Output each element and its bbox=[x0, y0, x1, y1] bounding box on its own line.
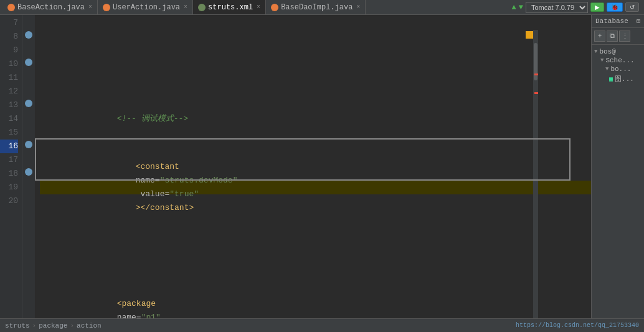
ln-20: 20 bbox=[0, 194, 18, 208]
tab-close-4[interactable]: × bbox=[356, 4, 360, 11]
ln-8: 8 bbox=[0, 30, 18, 44]
line-numbers: 7 8 9 10 11 12 13 14 15 16 17 18 19 20 bbox=[0, 15, 22, 318]
sidebar-title: Database bbox=[595, 17, 628, 25]
ln-10: 10 bbox=[0, 57, 18, 71]
breadcrumb-action: action bbox=[77, 322, 102, 330]
debug-button[interactable]: 🐞 bbox=[607, 2, 623, 12]
sidebar-header: Database ⊞ bbox=[592, 15, 644, 28]
comment-1: <!-- 调试模式--> bbox=[117, 114, 188, 123]
ln-7: 7 bbox=[0, 16, 18, 30]
line-10: <package name="p1" extends="struts-defau… bbox=[40, 318, 591, 318]
tree-schema-label: Sche... bbox=[605, 57, 634, 64]
ln-15: 15 bbox=[0, 126, 18, 140]
tree-item-img[interactable]: ▦ 图... bbox=[593, 74, 643, 84]
right-sidebar: Database ⊞ + ⧉ ⋮ ▼ bos@ ▼ Sche... ▼ bo..… bbox=[591, 15, 644, 318]
const-name-val: "struts.devMode" bbox=[160, 176, 238, 185]
tab-base-dao-impl[interactable]: BaseDaoImpl.java × bbox=[266, 0, 366, 14]
status-url: https://blog.csdn.net/qq_21753340 bbox=[516, 322, 639, 329]
pkg-name-val: "p1" bbox=[141, 313, 161, 318]
down-arrow-icon: ▼ bbox=[519, 3, 523, 12]
tab-label-3: struts.xml bbox=[208, 3, 253, 12]
pkg-tag: <package bbox=[117, 299, 161, 308]
java-icon-4 bbox=[271, 4, 278, 11]
line-7: <!-- 调试模式--> bbox=[40, 112, 591, 126]
java-icon-2 bbox=[103, 4, 110, 11]
breadcrumb-struts: struts bbox=[5, 322, 30, 330]
breadcrumb: struts › package › action bbox=[5, 322, 102, 330]
reload-button[interactable]: ↺ bbox=[625, 2, 639, 12]
tree-schema[interactable]: ▼ Sche... bbox=[593, 56, 643, 65]
tab-struts-xml[interactable]: struts.xml × bbox=[193, 0, 266, 14]
tree-root-label: bos@ bbox=[599, 48, 615, 55]
sidebar-toolbar: + ⧉ ⋮ bbox=[592, 28, 644, 45]
java-icon-1 bbox=[7, 4, 15, 11]
tree-arrow-schema: ▼ bbox=[600, 57, 604, 64]
main-layout: 7 8 9 10 11 12 13 14 15 16 17 18 19 20 bbox=[0, 15, 644, 318]
sidebar-copy-btn[interactable]: ⧉ bbox=[607, 31, 618, 42]
breadcrumb-sep-2: › bbox=[70, 322, 74, 330]
const-tag-open: <constant bbox=[136, 162, 184, 171]
gutter-mark-16 bbox=[25, 141, 32, 148]
error-marker-1 bbox=[534, 74, 538, 75]
code-content[interactable]: <!-- 调试模式--> <constant name="struts.devM… bbox=[35, 15, 591, 318]
editor-area[interactable]: 7 8 9 10 11 12 13 14 15 16 17 18 19 20 bbox=[0, 15, 591, 318]
scroll-track[interactable] bbox=[533, 30, 538, 318]
tree-arrow-bo: ▼ bbox=[605, 66, 608, 72]
code-container: 7 8 9 10 11 12 13 14 15 16 17 18 19 20 bbox=[0, 15, 591, 318]
gutter-mark-8 bbox=[25, 31, 32, 39]
tree-item-bo[interactable]: ▼ bo... bbox=[593, 65, 643, 74]
const-tag-close: ></constant> bbox=[136, 203, 194, 212]
status-bar: struts › package › action https://blog.c… bbox=[0, 318, 644, 332]
tomcat-selector[interactable]: Tomcat 7.0.79 bbox=[526, 2, 588, 13]
line-9 bbox=[40, 249, 591, 263]
top-bar: BaseAction.java × UserAction.java × stru… bbox=[0, 0, 644, 15]
tab-label-4: BaseDaoImpl.java bbox=[281, 3, 353, 12]
error-marker-2 bbox=[534, 92, 538, 94]
up-arrow-icon: ▲ bbox=[512, 3, 516, 12]
run-button[interactable]: ▶ bbox=[590, 2, 604, 12]
tab-base-action[interactable]: BaseAction.java × bbox=[2, 0, 98, 14]
tab-close-2[interactable]: × bbox=[184, 4, 187, 11]
const-value-val: "true" bbox=[169, 189, 199, 199]
tree-bo-label: bo... bbox=[610, 65, 631, 73]
db-table-icon: ▦ bbox=[609, 75, 613, 83]
tree-root[interactable]: ▼ bos@ bbox=[593, 47, 643, 56]
ln-9: 9 bbox=[0, 44, 18, 57]
gutter-mark-11 bbox=[25, 59, 32, 66]
tab-close-3[interactable]: × bbox=[257, 4, 260, 11]
sidebar-add-btn[interactable]: + bbox=[594, 31, 605, 42]
tab-label-2: UserAction.java bbox=[113, 3, 180, 12]
toolbar-right: ▲ ▼ Tomcat 7.0.79 ▶ 🐞 ↺ bbox=[512, 2, 642, 13]
tab-label-1: BaseAction.java bbox=[17, 3, 85, 12]
ln-18: 18 bbox=[0, 167, 18, 181]
ln-16: 16 bbox=[0, 140, 18, 153]
ln-17: 17 bbox=[0, 153, 18, 167]
breadcrumb-package: package bbox=[39, 322, 67, 330]
ln-11: 11 bbox=[0, 71, 18, 85]
tree-arrow-1: ▼ bbox=[594, 49, 597, 55]
gutter-mark-18 bbox=[25, 168, 32, 176]
sidebar-expand-icon[interactable]: ⊞ bbox=[637, 17, 640, 25]
line-8: <constant name="struts.devMode" value="t… bbox=[40, 181, 591, 194]
ln-12: 12 bbox=[0, 85, 18, 98]
ln-13: 13 bbox=[0, 98, 18, 112]
sidebar-more-btn[interactable]: ⋮ bbox=[619, 31, 630, 42]
gutter-mark-14 bbox=[25, 100, 32, 107]
xml-icon-3 bbox=[198, 4, 206, 11]
tab-close-1[interactable]: × bbox=[88, 4, 92, 11]
sidebar-tree: ▼ bos@ ▼ Sche... ▼ bo... ▦ 图... bbox=[592, 45, 644, 87]
pkg-name-attr: name= bbox=[117, 313, 141, 318]
gutter bbox=[22, 15, 35, 318]
const-name-attr: name= bbox=[136, 176, 160, 185]
tab-user-action[interactable]: UserAction.java × bbox=[98, 0, 193, 14]
breadcrumb-sep-1: › bbox=[32, 322, 37, 330]
const-value-attr: value= bbox=[136, 189, 170, 199]
ln-14: 14 bbox=[0, 112, 18, 126]
ln-19: 19 bbox=[0, 181, 18, 194]
tree-img-label: 图... bbox=[615, 74, 634, 83]
tabs-area: BaseAction.java × UserAction.java × stru… bbox=[2, 0, 366, 14]
